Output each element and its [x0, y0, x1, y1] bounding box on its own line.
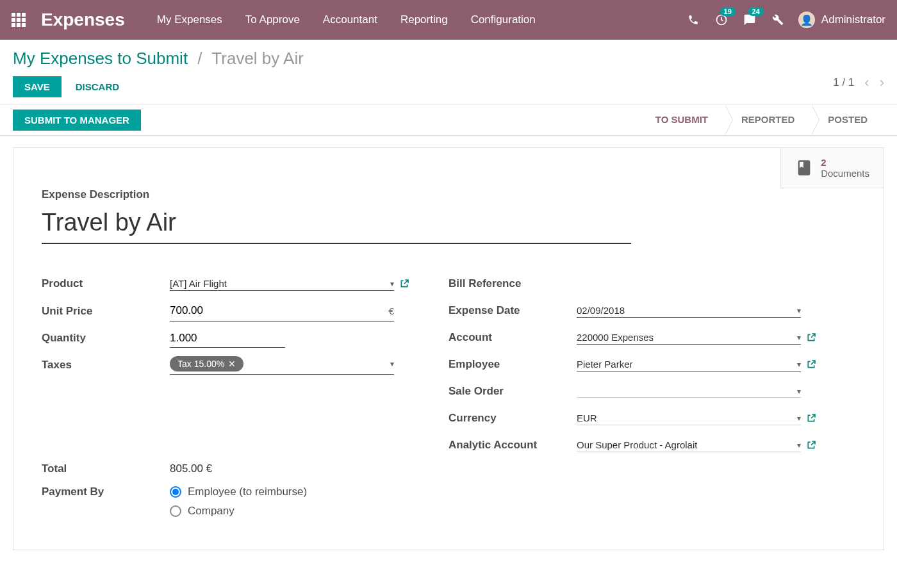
breadcrumb-current: Travel by Air — [211, 49, 304, 68]
status-reported[interactable]: REPORTED — [725, 104, 811, 135]
tax-remove-icon[interactable]: ✕ — [228, 359, 236, 369]
breadcrumb-parent[interactable]: My Expenses to Submit — [13, 49, 188, 68]
expense-date-input[interactable]: 02/09/2018 ▾ — [577, 304, 801, 318]
status-bar: SUBMIT TO MANAGER TO SUBMIT REPORTED POS… — [0, 104, 897, 136]
currency-value: EUR — [577, 412, 797, 423]
unit-price-suffix: € — [389, 306, 394, 316]
tax-tag-label: Tax 15.00% — [177, 359, 224, 369]
chevron-down-icon: ▾ — [797, 333, 801, 342]
taxes-label: Taxes — [42, 359, 170, 372]
radio-off-icon — [170, 505, 181, 517]
product-label: Product — [42, 277, 170, 290]
account-value: 220000 Expenses — [577, 332, 797, 343]
unit-price-label: Unit Price — [42, 305, 170, 318]
expense-date-label: Expense Date — [448, 304, 577, 317]
account-select[interactable]: 220000 Expenses ▾ — [577, 331, 801, 345]
top-nav: Expenses My Expenses To Approve Accounta… — [0, 0, 897, 40]
analytic-account-value: Our Super Product - Agrolait — [577, 439, 797, 450]
nav-accountant[interactable]: Accountant — [323, 13, 377, 26]
chevron-down-icon: ▾ — [797, 441, 801, 450]
quantity-input[interactable] — [170, 329, 285, 348]
user-menu[interactable]: 👤 Administrator — [798, 12, 885, 28]
chevron-down-icon: ▾ — [390, 359, 394, 368]
radio-on-icon — [170, 486, 181, 498]
product-value: [AT] Air Flight — [170, 278, 390, 289]
description-label: Expense Description — [42, 188, 855, 201]
analytic-external-link-icon[interactable] — [806, 440, 816, 450]
expense-date-value: 02/09/2018 — [577, 305, 797, 316]
chevron-down-icon: ▾ — [797, 414, 801, 423]
description-input[interactable] — [42, 205, 631, 244]
documents-count: 2 — [821, 157, 869, 168]
analytic-account-select[interactable]: Our Super Product - Agrolait ▾ — [577, 438, 801, 452]
book-icon — [795, 159, 813, 177]
avatar: 👤 — [798, 12, 815, 28]
total-label: Total — [42, 462, 170, 475]
activities-badge: 19 — [720, 7, 736, 16]
payment-opt2-label: Company — [188, 505, 235, 518]
unit-price-wrap: € — [170, 300, 394, 322]
chevron-down-icon: ▾ — [390, 279, 394, 288]
payment-by-label: Payment By — [42, 486, 170, 498]
tools-icon[interactable] — [770, 12, 786, 28]
sale-order-select[interactable]: ▾ — [577, 386, 801, 398]
account-external-link-icon[interactable] — [806, 332, 816, 343]
employee-label: Employee — [448, 358, 577, 371]
nav-reporting[interactable]: Reporting — [400, 13, 448, 26]
app-title: Expenses — [41, 10, 125, 30]
analytic-account-label: Analytic Account — [448, 439, 577, 452]
form-sheet: 2 Documents Expense Description Product … — [13, 147, 884, 550]
messages-badge: 24 — [748, 7, 764, 16]
currency-label: Currency — [448, 412, 577, 425]
total-value: 805.00 € — [170, 462, 448, 475]
account-label: Account — [448, 331, 577, 344]
pager-next[interactable]: › — [880, 74, 884, 91]
nav-links: My Expenses To Approve Accountant Report… — [157, 13, 536, 26]
unit-price-input[interactable] — [170, 302, 386, 320]
nav-configuration[interactable]: Configuration — [471, 13, 536, 26]
chevron-down-icon: ▾ — [797, 387, 801, 396]
sale-order-label: Sale Order — [448, 385, 577, 398]
chevron-down-icon: ▾ — [797, 360, 801, 369]
payment-opt1-label: Employee (to reimburse) — [188, 486, 307, 498]
payment-employee-radio[interactable]: Employee (to reimburse) — [170, 486, 307, 498]
documents-label: Documents — [821, 168, 869, 179]
chevron-down-icon: ▾ — [797, 306, 801, 315]
nav-to-approve[interactable]: To Approve — [245, 13, 300, 26]
employee-value: Pieter Parker — [577, 359, 797, 370]
tax-tag: Tax 15.00% ✕ — [170, 356, 243, 372]
discard-button[interactable]: DISCARD — [68, 76, 127, 97]
messages-icon[interactable]: 24 — [742, 12, 757, 28]
pager: 1 / 1 ‹ › — [833, 74, 884, 91]
pager-prev[interactable]: ‹ — [864, 74, 869, 91]
phone-icon[interactable] — [686, 12, 701, 28]
control-bar: My Expenses to Submit / Travel by Air SA… — [0, 40, 897, 104]
save-button[interactable]: SAVE — [13, 76, 62, 97]
product-select[interactable]: [AT] Air Flight ▾ — [170, 277, 394, 291]
bill-reference-label: Bill Reference — [448, 277, 577, 290]
status-posted[interactable]: POSTED — [811, 104, 884, 135]
apps-launcher-icon[interactable] — [12, 13, 26, 27]
taxes-select[interactable]: Tax 15.00% ✕ ▾ — [170, 356, 394, 375]
pager-position: 1 / 1 — [833, 76, 854, 89]
breadcrumb: My Expenses to Submit / Travel by Air — [13, 49, 304, 69]
payment-company-radio[interactable]: Company — [170, 505, 307, 518]
username: Administrator — [821, 13, 885, 26]
nav-my-expenses[interactable]: My Expenses — [157, 13, 222, 26]
currency-external-link-icon[interactable] — [806, 413, 816, 423]
status-to-submit[interactable]: TO SUBMIT — [639, 104, 725, 135]
submit-to-manager-button[interactable]: SUBMIT TO MANAGER — [13, 110, 141, 131]
employee-select[interactable]: Pieter Parker ▾ — [577, 357, 801, 372]
documents-button[interactable]: 2 Documents — [780, 148, 884, 188]
activities-icon[interactable]: 19 — [714, 12, 729, 28]
product-external-link-icon[interactable] — [399, 279, 409, 289]
currency-select[interactable]: EUR ▾ — [577, 411, 801, 425]
quantity-label: Quantity — [42, 332, 170, 345]
employee-external-link-icon[interactable] — [806, 359, 816, 370]
